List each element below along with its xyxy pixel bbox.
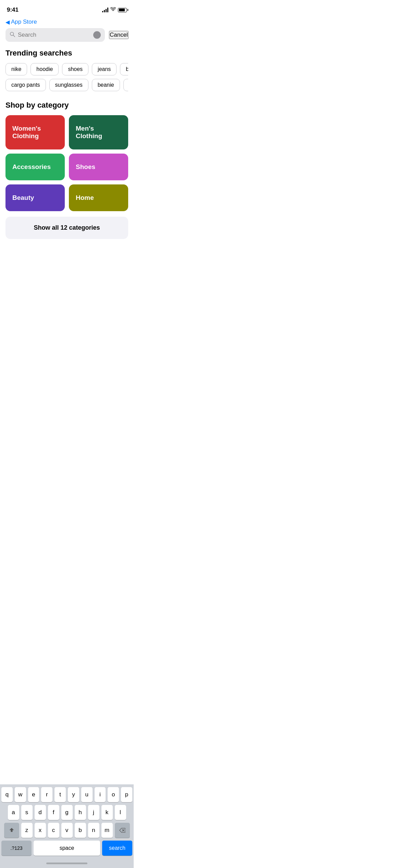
- chip-boots[interactable]: boots: [120, 63, 128, 75]
- chip-hoodie[interactable]: hoodie: [31, 63, 59, 75]
- main-content: Trending searches nike hoodie shoes jean…: [0, 46, 134, 247]
- category-accessories[interactable]: Accessories: [5, 154, 65, 180]
- category-home[interactable]: Home: [69, 184, 128, 211]
- category-mens-clothing[interactable]: Men's Clothing: [69, 115, 128, 149]
- trending-row-2: cargo pants sunglasses beanie rings wall…: [5, 79, 128, 91]
- status-time: 9:41: [7, 7, 19, 13]
- chip-nike[interactable]: nike: [5, 63, 27, 75]
- chip-rings[interactable]: rings: [123, 79, 128, 91]
- mic-icon[interactable]: [93, 31, 101, 39]
- chip-shoes[interactable]: shoes: [62, 63, 88, 75]
- category-beauty[interactable]: Beauty: [5, 184, 65, 211]
- battery-icon: [118, 8, 127, 12]
- category-section: Shop by category Women's Clothing Men's …: [5, 101, 128, 247]
- search-input[interactable]: [18, 32, 90, 38]
- status-icons: [102, 7, 127, 13]
- category-womens-clothing[interactable]: Women's Clothing: [5, 115, 65, 149]
- search-icon: [10, 32, 15, 38]
- back-label: App Store: [11, 19, 37, 25]
- category-grid: Women's Clothing Men's Clothing Accessor…: [5, 115, 128, 211]
- cancel-button[interactable]: Cancel: [109, 31, 129, 39]
- back-chevron-icon: ◀: [5, 19, 10, 25]
- category-shoes[interactable]: Shoes: [69, 154, 128, 180]
- trending-section: Trending searches nike hoodie shoes jean…: [5, 49, 128, 91]
- chip-sunglasses[interactable]: sunglasses: [49, 79, 88, 91]
- wifi-icon: [110, 7, 116, 13]
- status-bar: 9:41: [0, 0, 134, 17]
- chip-jeans[interactable]: jeans: [92, 63, 117, 75]
- trending-row-1: nike hoodie shoes jeans boots: [5, 63, 128, 75]
- category-title: Shop by category: [5, 101, 128, 110]
- signal-icon: [102, 8, 108, 12]
- chip-beanie[interactable]: beanie: [92, 79, 120, 91]
- svg-line-1: [13, 35, 15, 37]
- chip-cargo-pants[interactable]: cargo pants: [5, 79, 46, 91]
- show-all-button[interactable]: Show all 12 categories: [5, 217, 128, 239]
- trending-title: Trending searches: [5, 49, 128, 58]
- back-navigation[interactable]: ◀ App Store: [0, 17, 134, 28]
- search-bar[interactable]: [5, 28, 105, 42]
- search-row: Cancel: [0, 28, 134, 46]
